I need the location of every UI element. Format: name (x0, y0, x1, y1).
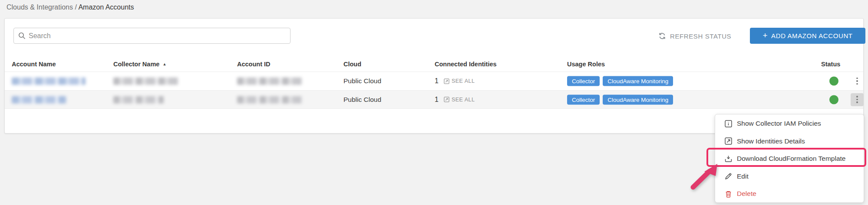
trash-icon (725, 190, 732, 198)
usage-roles-cell: Collector CloudAware Monitoring (567, 94, 673, 104)
plus-icon: + (762, 31, 768, 39)
page: { "breadcrumb": { "section": "Clouds & I… (0, 0, 868, 205)
row-actions-menu-button[interactable] (851, 93, 864, 106)
role-badge-monitoring: CloudAware Monitoring (603, 94, 673, 104)
column-header-usage-roles[interactable]: Usage Roles (567, 61, 605, 68)
column-header-collector-name[interactable]: Collector Name▲ (113, 61, 166, 68)
role-badge-monitoring: CloudAware Monitoring (603, 76, 673, 86)
column-header-account-name[interactable]: Account Name (12, 61, 56, 68)
menu-item-show-collector-iam-policies[interactable]: Show Collector IAM Policies (715, 115, 864, 133)
search-box[interactable] (13, 28, 290, 44)
table-header: Account Name Collector Name▲ Account ID … (5, 57, 863, 72)
account-name-link-redacted[interactable] (12, 77, 86, 85)
menu-item-edit[interactable]: Edit (715, 168, 864, 185)
account-id-redacted (237, 77, 302, 85)
menu-item-download-cloudformation-template[interactable]: Download CloudFormation Template (715, 150, 864, 168)
see-all-link[interactable]: SEE ALL (444, 97, 475, 103)
table-row: Public Cloud 1 SEE ALL Collector CloudAw… (5, 90, 863, 109)
column-header-account-id[interactable]: Account ID (237, 61, 271, 68)
breadcrumb-section[interactable]: Clouds & Integrations (7, 3, 73, 11)
search-input[interactable] (29, 32, 286, 40)
account-name-link-redacted[interactable] (12, 95, 66, 103)
usage-roles-cell: Collector CloudAware Monitoring (567, 76, 673, 86)
role-badge-collector: Collector (567, 76, 600, 86)
external-link-icon (444, 97, 449, 102)
refresh-status-button[interactable]: REFRESH STATUS (658, 31, 731, 41)
add-amazon-account-button[interactable]: + ADD AMAZON ACCOUNT (750, 28, 865, 44)
pencil-icon (725, 172, 732, 180)
menu-item-show-identities-details[interactable]: Show Identities Details (715, 133, 864, 150)
external-link-icon (725, 137, 732, 145)
sort-asc-icon: ▲ (162, 62, 166, 66)
menu-item-delete[interactable]: Delete (715, 185, 864, 203)
identity-count: 1 (435, 96, 439, 104)
table-row: Public Cloud 1 SEE ALL Collector CloudAw… (5, 72, 863, 90)
collector-name-redacted (113, 95, 164, 103)
breadcrumb-current: Amazon Accounts (78, 3, 134, 11)
row-actions-menu-button[interactable] (851, 75, 864, 88)
account-id-redacted (237, 95, 302, 103)
refresh-status-label: REFRESH STATUS (670, 33, 731, 40)
breadcrumb: Clouds & Integrations / Amazon Accounts (7, 3, 134, 11)
info-square-icon (725, 120, 732, 127)
collector-name-redacted (113, 77, 178, 85)
row-actions-context-menu: Show Collector IAM Policies Show Identit… (715, 114, 864, 203)
role-badge-collector: Collector (567, 94, 600, 104)
see-all-link[interactable]: SEE ALL (444, 78, 475, 84)
column-header-status[interactable]: Status (821, 61, 840, 68)
search-icon (18, 32, 26, 39)
identity-count: 1 (435, 77, 439, 85)
add-amazon-account-label: ADD AMAZON ACCOUNT (771, 32, 852, 39)
download-icon (725, 155, 732, 163)
status-ok-indicator (829, 77, 838, 86)
status-ok-indicator (829, 95, 838, 104)
cloud-cell: Public Cloud (343, 96, 381, 104)
column-header-cloud[interactable]: Cloud (343, 61, 361, 68)
connected-identities-cell: 1 SEE ALL (435, 77, 475, 85)
refresh-icon (658, 32, 666, 40)
column-header-connected-identities[interactable]: Connected Identities (435, 61, 497, 68)
breadcrumb-separator: / (73, 3, 78, 11)
cloud-cell: Public Cloud (343, 77, 381, 85)
external-link-icon (444, 78, 449, 84)
connected-identities-cell: 1 SEE ALL (435, 96, 475, 104)
